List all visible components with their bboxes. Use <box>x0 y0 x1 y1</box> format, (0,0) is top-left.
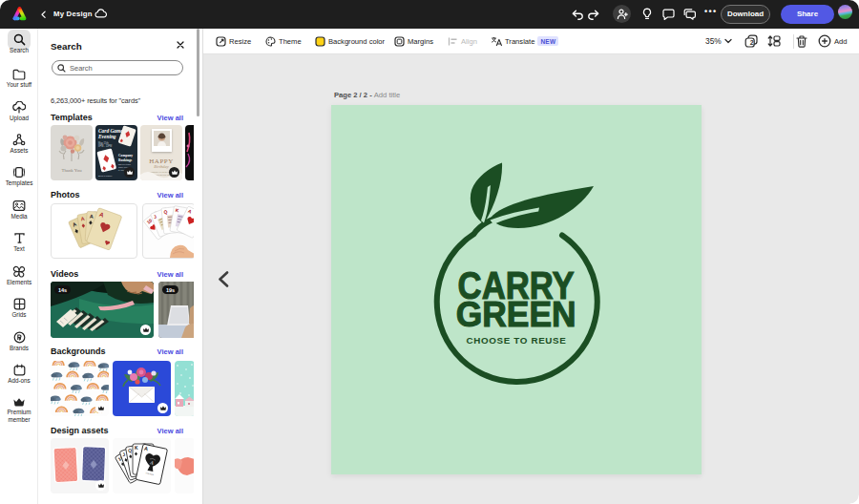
svg-text:Evening: Evening <box>97 134 116 139</box>
svg-text:A: A <box>90 214 94 220</box>
svg-text:Company: Company <box>118 154 133 158</box>
svg-text:2: 2 <box>750 39 754 46</box>
svg-text:K: K <box>135 445 138 451</box>
svg-text:8PM - 11PM: 8PM - 11PM <box>98 144 112 148</box>
svg-text:Book a game:: Book a game: <box>98 175 113 178</box>
svg-text:Birthday: Birthday <box>154 164 168 169</box>
svg-text:Q: Q <box>163 209 168 215</box>
svg-text:CHOOSE TO REUSE: CHOOSE TO REUSE <box>467 335 567 346</box>
svg-text:$20 per team: $20 per team <box>118 163 131 165</box>
svg-text:GREEN: GREEN <box>456 295 576 334</box>
svg-text:Bookings: Bookings <box>118 158 133 162</box>
svg-text:Thank You: Thank You <box>61 168 82 173</box>
svg-text:May 15th: May 15th <box>98 141 109 145</box>
